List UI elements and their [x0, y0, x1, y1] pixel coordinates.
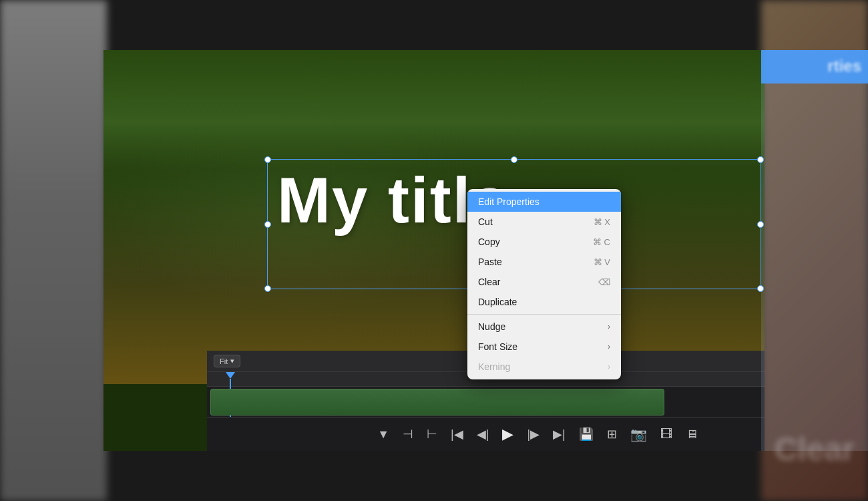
marker-button[interactable]: ▼ [375, 425, 392, 444]
menu-item-clear[interactable]: Clear ⌫ [467, 272, 621, 292]
menu-item-copy[interactable]: Copy ⌘ C [467, 232, 621, 252]
multicam-button[interactable]: ⊞ [604, 424, 620, 444]
menu-item-copy-shortcut: ⌘ C [593, 237, 610, 247]
playhead-flag [226, 372, 235, 379]
step-forward-button[interactable]: |▶ [524, 424, 542, 444]
menu-item-copy-label: Copy [478, 236, 500, 247]
nudge-arrow-icon: › [608, 322, 610, 331]
menu-item-edit-properties-label: Edit Properties [478, 196, 539, 207]
menu-item-kerning-label: Kerning [478, 361, 510, 372]
trim-start-button[interactable]: ⊣ [400, 424, 416, 444]
fit-label: Fit [220, 357, 228, 365]
video-preview-area: My title Fit ▾ 🔧 00:00:14:08 [103, 50, 765, 451]
save-button[interactable]: 💾 [576, 424, 596, 444]
trees-overlay [103, 50, 765, 170]
trim-end-button[interactable]: ⊢ [424, 424, 440, 444]
timeline-clip[interactable] [210, 389, 664, 415]
menu-item-duplicate-label: Duplicate [478, 297, 517, 307]
fit-dropdown[interactable]: Fit ▾ [214, 355, 240, 367]
menu-item-paste[interactable]: Paste ⌘ V [467, 252, 621, 272]
menu-item-nudge-label: Nudge [478, 321, 505, 332]
menu-separator-1 [467, 314, 621, 315]
kerning-arrow-icon: › [608, 362, 610, 371]
dropdown-arrow: ▾ [230, 357, 234, 365]
context-menu: Edit Properties Cut ⌘ X Copy ⌘ C Paste ⌘… [467, 189, 621, 379]
menu-item-cut[interactable]: Cut ⌘ X [467, 212, 621, 232]
bg-left-panel [0, 0, 107, 501]
font-size-arrow-icon: › [608, 342, 610, 351]
menu-item-cut-label: Cut [478, 216, 493, 227]
camera-button[interactable]: 📷 [628, 424, 650, 445]
jump-end-button[interactable]: ▶| [550, 424, 568, 444]
play-button[interactable]: ▶ [499, 423, 516, 446]
menu-item-nudge[interactable]: Nudge › [467, 317, 621, 337]
right-properties-panel: rties [761, 50, 868, 451]
menu-item-font-size-label: Font Size [478, 341, 517, 352]
menu-item-clear-label: Clear [478, 277, 500, 287]
menu-item-clear-shortcut: ⌫ [598, 277, 610, 287]
menu-item-paste-shortcut: ⌘ V [594, 257, 610, 267]
menu-item-cut-shortcut: ⌘ X [594, 217, 610, 227]
controls-row: ▼ ⊣ ⊢ |◀ ◀| ▶ |▶ ▶| 💾 ⊞ 📷 🎞 🖥 [207, 417, 765, 451]
menu-item-paste-label: Paste [478, 257, 502, 267]
menu-item-duplicate[interactable]: Duplicate [467, 292, 621, 312]
screen-record-button[interactable]: 🖥 [683, 425, 700, 444]
film-button[interactable]: 🎞 [658, 425, 675, 444]
menu-item-edit-properties[interactable]: Edit Properties [467, 192, 621, 212]
menu-item-font-size[interactable]: Font Size › [467, 337, 621, 357]
panel-header-text: rties [827, 57, 861, 75]
menu-item-kerning: Kerning › [467, 357, 621, 377]
jump-start-button[interactable]: |◀ [448, 424, 466, 444]
step-back-button[interactable]: ◀| [474, 424, 492, 444]
